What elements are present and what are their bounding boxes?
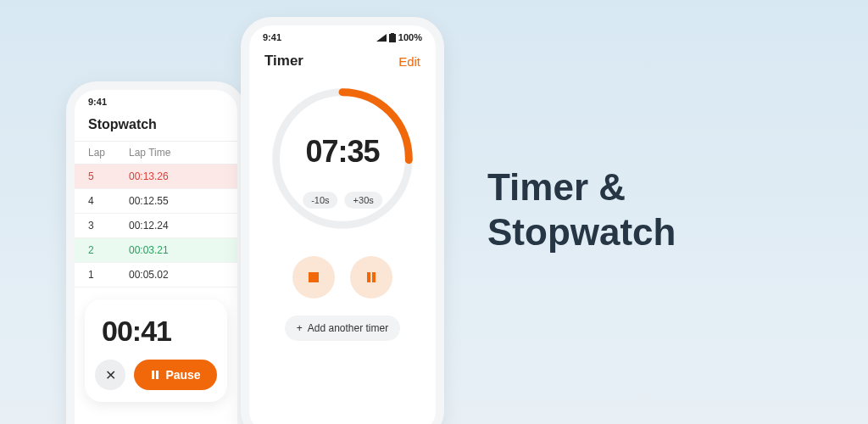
battery-pct: 100%: [398, 32, 422, 42]
status-right: 100%: [376, 32, 422, 42]
timer-header: Timer Edit: [249, 46, 436, 80]
status-bar: 9:41: [75, 90, 237, 110]
svg-rect-8: [372, 272, 376, 282]
status-bar: 9:41 100%: [249, 25, 436, 46]
lap-num: 2: [88, 244, 129, 256]
plus-icon: +: [297, 322, 303, 334]
timer-dial-wrap: 07:35 -10s +30s: [249, 80, 436, 241]
svg-rect-3: [391, 33, 394, 34]
signal-icon: [376, 34, 387, 42]
plus-30s-button[interactable]: +30s: [345, 192, 382, 209]
pause-icon: [150, 370, 160, 380]
add-timer-button[interactable]: + Add another timer: [285, 315, 400, 341]
close-icon: ✕: [105, 367, 116, 383]
stop-icon: [306, 270, 321, 285]
timer-controls: [249, 241, 436, 315]
stopwatch-title: Stopwatch: [88, 117, 157, 131]
col-lap: Lap: [88, 147, 129, 159]
stopwatch-header: Stopwatch: [75, 110, 237, 141]
lap-time: 00:12.55: [129, 195, 169, 207]
hero-line2: Stopwatch: [487, 210, 676, 255]
svg-rect-0: [152, 371, 154, 379]
svg-rect-2: [389, 34, 396, 42]
timer-title: Timer: [264, 53, 303, 70]
svg-rect-7: [367, 272, 370, 282]
svg-rect-1: [156, 371, 159, 379]
battery-icon: [389, 33, 396, 42]
lap-table-head: Lap Lap Time: [75, 141, 237, 165]
lap-time: 00:05.02: [129, 269, 169, 281]
table-row: 300:12.24: [75, 214, 237, 238]
table-row: 500:13.26: [75, 165, 237, 189]
pause-button[interactable]: [350, 256, 392, 298]
table-row: 400:12.55: [75, 189, 237, 214]
timer-time: 07:35: [305, 134, 379, 170]
status-time: 9:41: [88, 97, 107, 107]
table-row: 100:05.02: [75, 263, 237, 287]
edit-link[interactable]: Edit: [398, 54, 420, 69]
lap-num: 1: [88, 269, 129, 281]
stop-button[interactable]: [292, 256, 335, 298]
lap-time: 00:13.26: [129, 170, 169, 182]
lap-num: 3: [88, 220, 129, 232]
lap-time: 00:12.24: [129, 220, 169, 232]
timer-dial: 07:35 -10s +30s: [267, 83, 418, 234]
stopwatch-controls: ✕ Pause: [95, 360, 217, 390]
close-button[interactable]: ✕: [95, 360, 125, 390]
stopwatch-elapsed: 00:41: [95, 315, 217, 348]
lap-num: 5: [88, 170, 129, 182]
status-time: 9:41: [263, 32, 281, 42]
add-timer-label: Add another timer: [308, 322, 388, 334]
svg-rect-6: [309, 272, 319, 282]
hero-line1: Timer &: [487, 165, 676, 210]
lap-time: 00:03.21: [129, 244, 169, 256]
table-row: 200:03.21: [75, 238, 237, 263]
stopwatch-phone: 9:41 Stopwatch Lap Lap Time 500:13.26400…: [66, 81, 246, 424]
minus-10s-button[interactable]: -10s: [303, 192, 337, 209]
hero-title: Timer & Stopwatch: [487, 165, 676, 255]
pause-icon: [364, 270, 379, 285]
pause-button[interactable]: Pause: [134, 360, 217, 390]
stopwatch-card: 00:41 ✕ Pause: [85, 299, 227, 402]
pause-label: Pause: [165, 368, 200, 382]
adjust-row: -10s +30s: [303, 192, 382, 209]
lap-num: 4: [88, 195, 129, 207]
timer-phone: 9:41 100% Timer Edit 07:35 -10s +30s: [241, 17, 444, 424]
col-laptime: Lap Time: [129, 147, 170, 159]
lap-table: Lap Lap Time 500:13.26400:12.55300:12.24…: [75, 141, 237, 287]
